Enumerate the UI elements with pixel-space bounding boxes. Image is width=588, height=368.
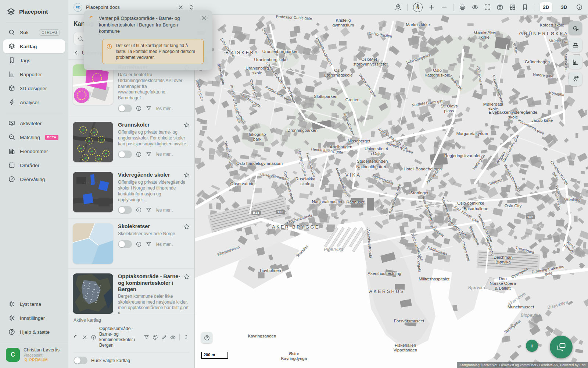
sidebar-item-eiendommer[interactable]: Eiendommer	[3, 144, 65, 158]
collapse-expand-icon[interactable]	[188, 4, 195, 11]
map-canvas[interactable]: Professor Dahls gateKristelig gymnasiumD…	[195, 15, 588, 368]
user-card[interactable]: C Christian Løverås Placepoint PREMIUM	[0, 343, 68, 364]
layer-card-opptaksomr-de-barne-og-kombine[interactable]: Opptaksområde - Barne- og kombinerteskol…	[68, 269, 194, 314]
layer-thumbnail[interactable]	[73, 122, 113, 162]
favorite-star-icon[interactable]	[183, 172, 190, 178]
sidebar-item-3d-designer[interactable]: 3D-designer	[3, 81, 65, 95]
layer-thumbnail[interactable]	[73, 223, 113, 264]
sidebar-item-overv-king[interactable]: Overvåking	[3, 172, 65, 186]
layout-grid-icon[interactable]	[509, 4, 516, 11]
toast-warning: Det ser ut til at kartlaget tar lang tid…	[102, 39, 204, 64]
select-tool-button[interactable]	[569, 21, 582, 35]
statistics-button[interactable]	[569, 55, 582, 69]
les-mer-link[interactable]: les mer..	[156, 106, 173, 111]
layer-toggle[interactable]	[118, 105, 132, 112]
favorite-star-icon[interactable]	[183, 223, 190, 230]
sidebar-item-lyst-tema[interactable]: Lyst tema	[3, 297, 65, 311]
layer-toggle[interactable]	[118, 151, 132, 158]
sidebar-item-label: 3D-designer	[20, 86, 47, 91]
view-3d-button[interactable]: 3D	[558, 2, 570, 13]
edit-pen-icon[interactable]	[161, 334, 167, 340]
doc-title: Placepoint docs	[86, 4, 173, 10]
les-mer-link[interactable]: les mer..	[156, 152, 173, 157]
zoom-in-icon[interactable]	[428, 4, 435, 11]
search-icon	[8, 29, 15, 36]
info-icon[interactable]	[136, 207, 142, 213]
bookmark-icon[interactable]	[521, 4, 528, 11]
info-icon[interactable]	[136, 151, 142, 158]
basemap	[195, 15, 588, 368]
loading-spinner-icon	[74, 335, 79, 340]
sidebar-item-omr-der[interactable]: Områder	[3, 158, 65, 172]
search-icon	[78, 36, 84, 42]
layer-card-grunnskoler[interactable]: Grunnskoler Offentlige og private barne-…	[68, 117, 194, 167]
screenshot-icon[interactable]	[496, 4, 503, 11]
toast-close-icon[interactable]	[201, 15, 207, 21]
chevron-left-icon	[74, 50, 79, 56]
view-2d-button[interactable]: 2D	[540, 2, 552, 13]
map-info-button[interactable]: i	[526, 340, 538, 352]
favorite-star-icon[interactable]	[183, 273, 190, 280]
info-icon[interactable]	[136, 241, 142, 247]
layer-toggle[interactable]	[118, 240, 132, 248]
visibility-eye-icon[interactable]	[170, 334, 176, 340]
sidebar-item-analyser[interactable]: Analyser	[3, 95, 65, 109]
active-layer-name: Opptaksområde - Barne- og kombinerteskol…	[99, 326, 141, 348]
style-palette-icon[interactable]	[152, 334, 158, 340]
zoom-out-icon[interactable]	[441, 4, 448, 11]
sidebar-item-hjelp-st-tte[interactable]: Hjelp & støtte	[3, 325, 65, 339]
brand: Placepoint	[0, 5, 68, 21]
reorder-icon[interactable]	[183, 334, 189, 340]
chat-button[interactable]	[550, 336, 573, 358]
les-mer-link[interactable]: les mer..	[156, 208, 173, 213]
map-help-button[interactable]	[201, 332, 212, 343]
layer-toggle[interactable]	[118, 206, 132, 214]
info-icon[interactable]	[136, 105, 142, 112]
sidebar-item-matching[interactable]: Matching BETA	[3, 130, 65, 144]
travel-time-button[interactable]	[569, 72, 582, 86]
favorite-star-icon[interactable]	[183, 122, 190, 128]
brand-name: Placepoint	[19, 8, 48, 15]
sidebar-item-tags[interactable]: Tags	[3, 53, 65, 67]
medal-icon	[24, 358, 28, 362]
chat-icon	[556, 342, 566, 352]
filter-icon[interactable]	[143, 334, 150, 340]
remove-layer-icon[interactable]	[82, 334, 88, 340]
layer-thumbnail[interactable]	[73, 64, 113, 105]
layer-help-icon[interactable]	[90, 334, 97, 340]
user-name: Christian Løverås	[24, 347, 60, 353]
les-mer-link[interactable]: les mer..	[156, 242, 173, 247]
report-icon	[8, 71, 15, 78]
layer-card-skolekretser[interactable]: Skolekretser Skolekretser over hele Norg…	[68, 219, 194, 269]
active-layer-row[interactable]: Opptaksområde - Barne- og kombinerteskol…	[74, 326, 189, 348]
divider	[6, 22, 62, 22]
layer-thumbnail[interactable]	[73, 172, 113, 212]
measure-tool-button[interactable]	[569, 38, 582, 52]
locate-icon[interactable]	[395, 4, 402, 11]
print-icon[interactable]	[459, 4, 466, 11]
fullscreen-icon[interactable]	[484, 4, 491, 11]
close-doc-icon[interactable]	[177, 4, 184, 11]
sidebar-item-rapporter[interactable]: Rapporter	[3, 67, 65, 81]
visibility-icon[interactable]	[472, 4, 478, 11]
sidebar-item-label: Tags	[20, 58, 31, 63]
filter-icon[interactable]	[146, 151, 152, 158]
filter-icon[interactable]	[146, 241, 152, 247]
compass-icon[interactable]: N	[413, 3, 423, 12]
bolt-icon	[8, 99, 15, 106]
toast-spinner-icon	[89, 15, 95, 22]
sidebar-item-innstillinger[interactable]: Innstillinger	[3, 311, 65, 325]
sidebar-item-label: Rapporter	[20, 72, 42, 77]
filter-icon[interactable]	[146, 207, 152, 213]
sidebar-item-kartlag[interactable]: Kartlag	[3, 39, 65, 53]
info-icon[interactable]	[576, 4, 583, 11]
layer-thumbnail[interactable]	[73, 273, 113, 314]
filter-icon[interactable]	[146, 105, 152, 112]
sidebar-item-s-k[interactable]: Søk CTRL+G	[3, 25, 65, 39]
remember-layers-toggle[interactable]	[74, 357, 87, 364]
layer-title: Skolekretser	[118, 223, 181, 230]
layer-card-videreg-ende-skoler[interactable]: Videregående skoler Offentlige og privat…	[68, 167, 194, 219]
dashsq-icon	[8, 162, 15, 169]
layer-description: Offentlige og private barne- og ungdomss…	[118, 130, 190, 147]
sidebar-item-aktiviteter[interactable]: Aktiviteter	[3, 116, 65, 130]
